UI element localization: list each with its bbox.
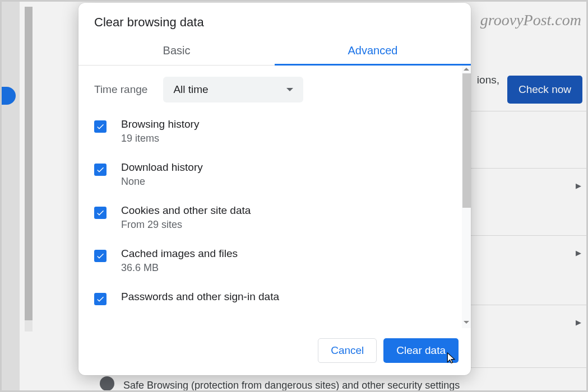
scroll-down-icon[interactable] [464,321,469,324]
checkbox[interactable] [94,207,107,219]
checkbox[interactable] [94,250,107,262]
dialog-body: Time range All time Browsing history 19 … [78,66,471,328]
option-passwords[interactable]: Passwords and other sign-in data [94,291,446,305]
chevron-down-icon [286,88,293,91]
option-title: Download history [121,161,446,174]
checkbox[interactable] [94,120,107,133]
check-icon [96,165,105,174]
option-sub: 36.6 MB [121,262,446,274]
option-title: Browsing history [121,118,446,130]
option-download-history[interactable]: Download history None [94,161,446,188]
scroll-up-icon[interactable] [464,68,469,71]
check-icon [96,122,105,131]
scroll-area: Time range All time Browsing history 19 … [78,66,462,328]
option-cache[interactable]: Cached images and files 36.6 MB [94,248,446,274]
check-icon [96,251,105,260]
dialog-footer: Cancel Clear data [78,328,471,375]
cancel-button[interactable]: Cancel [318,338,377,363]
tab-row: Basic Advanced [78,36,471,66]
dialog-title: Clear browsing data [78,3,471,36]
time-range-value: All time [173,83,208,96]
time-range-select[interactable]: All time [163,77,303,102]
check-icon [96,208,105,217]
option-title: Cookies and other site data [121,204,446,217]
mouse-cursor-icon [446,352,457,365]
option-sub: From 29 sites [121,219,446,231]
dialog-scrollbar[interactable] [462,66,471,328]
time-range-row: Time range All time [94,77,446,102]
checkbox[interactable] [94,293,107,305]
time-range-label: Time range [94,83,147,96]
option-title: Passwords and other sign-in data [121,291,446,303]
option-sub: None [121,176,446,188]
check-icon [96,295,105,304]
option-cookies[interactable]: Cookies and other site data From 29 site… [94,204,446,231]
checkbox[interactable] [94,164,107,176]
clear-data-button[interactable]: Clear data [383,338,459,363]
option-browsing-history[interactable]: Browsing history 19 items [94,118,446,144]
clear-browsing-data-dialog: Clear browsing data Basic Advanced Time … [78,3,471,375]
scrollbar-thumb[interactable] [462,73,471,208]
option-sub: 19 items [121,133,446,144]
tab-advanced[interactable]: Advanced [275,36,471,65]
clear-data-label: Clear data [396,344,446,356]
option-title: Cached images and files [121,248,446,260]
tab-basic[interactable]: Basic [78,36,275,65]
